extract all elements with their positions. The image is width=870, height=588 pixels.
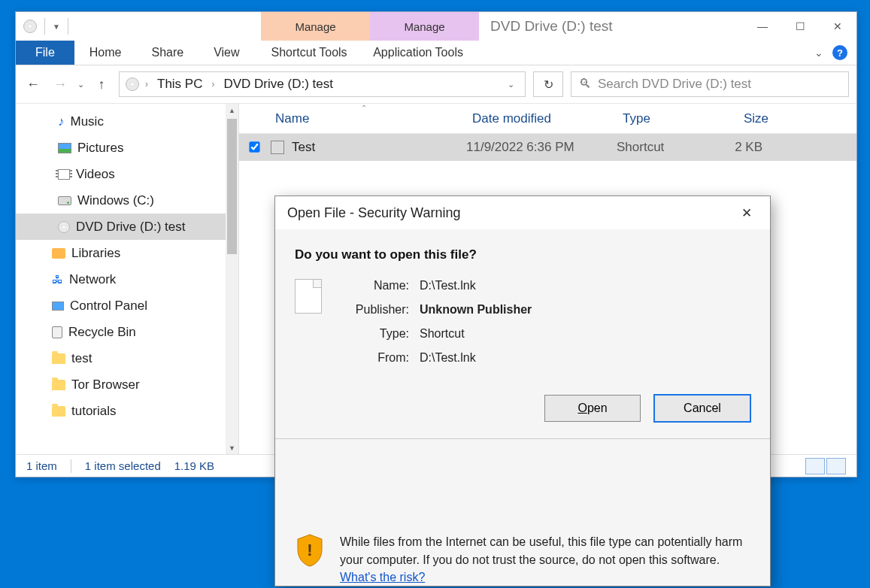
disc-icon bbox=[58, 221, 70, 233]
dialog-close-button[interactable]: ✕ bbox=[735, 202, 758, 224]
column-name[interactable]: Name bbox=[269, 111, 472, 126]
column-date-modified[interactable]: Date modified bbox=[472, 111, 623, 126]
breadcrumb-dropdown-icon[interactable]: ⌄ bbox=[503, 80, 519, 89]
tab-application-tools[interactable]: Application Tools bbox=[364, 41, 473, 65]
music-icon: ♪ bbox=[58, 114, 65, 129]
pictures-icon bbox=[58, 143, 71, 153]
sidebar-item-recycle-bin[interactable]: Recycle Bin bbox=[16, 319, 238, 345]
ribbon-collapse-icon[interactable]: ⌄ bbox=[814, 47, 823, 59]
dialog-warning-section: ! While files from the Internet can be u… bbox=[275, 520, 770, 586]
maximize-button[interactable]: ☐ bbox=[781, 12, 819, 41]
dialog-question: Do you want to open this file? bbox=[295, 247, 750, 262]
sidebar-item-music[interactable]: ♪Music bbox=[16, 108, 238, 135]
column-checkbox[interactable] bbox=[247, 111, 269, 126]
sidebar-item-label: Tor Browser bbox=[71, 377, 140, 393]
sidebar-item-dvd-drive[interactable]: DVD Drive (D:) test bbox=[16, 214, 238, 240]
folder-icon bbox=[52, 353, 65, 364]
column-type[interactable]: Type bbox=[623, 111, 720, 126]
sidebar-item-label: DVD Drive (D:) test bbox=[76, 220, 185, 235]
sidebar-item-pictures[interactable]: Pictures bbox=[16, 135, 238, 161]
shield-icon: ! bbox=[295, 533, 325, 568]
svg-text:!: ! bbox=[307, 541, 312, 559]
sort-indicator-icon: ⌃ bbox=[361, 104, 367, 112]
search-input[interactable]: 🔍︎ Search DVD Drive (D:) test bbox=[571, 71, 849, 97]
qat-separator bbox=[68, 18, 68, 35]
view-details-button[interactable] bbox=[805, 458, 825, 474]
row-checkbox[interactable] bbox=[247, 140, 269, 156]
folder-icon bbox=[52, 406, 65, 417]
scroll-down-icon[interactable]: ▼ bbox=[226, 441, 238, 454]
sidebar-item-label: test bbox=[71, 351, 92, 366]
sidebar-item-label: Pictures bbox=[77, 141, 123, 156]
help-icon[interactable]: ? bbox=[832, 45, 847, 60]
sidebar-item-label: Music bbox=[71, 114, 104, 129]
titlebar: ▼ Manage Manage DVD Drive (D:) test — ☐ … bbox=[16, 12, 856, 41]
window-title: DVD Drive (D:) test bbox=[479, 12, 744, 41]
scroll-up-icon[interactable]: ▲ bbox=[226, 104, 238, 117]
file-size: 2 KB bbox=[714, 140, 778, 155]
address-bar: ← → ⌄ ↑ › This PC › DVD Drive (D:) test … bbox=[16, 65, 856, 104]
open-button[interactable]: Open bbox=[544, 395, 641, 422]
disc-icon bbox=[126, 77, 139, 91]
status-separator bbox=[71, 459, 71, 473]
view-thumbnails-button[interactable] bbox=[826, 458, 846, 474]
sidebar-item-test[interactable]: test bbox=[16, 345, 238, 371]
forward-button[interactable]: → bbox=[50, 74, 70, 94]
disc-icon bbox=[23, 20, 37, 33]
breadcrumb-leaf[interactable]: DVD Drive (D:) test bbox=[220, 75, 335, 93]
qat-dropdown-icon[interactable]: ▼ bbox=[53, 23, 60, 31]
file-icon bbox=[295, 279, 322, 314]
tab-share[interactable]: Share bbox=[136, 41, 199, 65]
libraries-icon bbox=[52, 248, 65, 259]
context-tab-shortcut[interactable]: Manage bbox=[261, 12, 370, 41]
tab-shortcut-tools[interactable]: Shortcut Tools bbox=[255, 41, 364, 65]
breadcrumb[interactable]: › This PC › DVD Drive (D:) test ⌄ bbox=[119, 71, 526, 97]
search-icon: 🔍︎ bbox=[579, 77, 592, 92]
value-publisher: Unknown Publisher bbox=[420, 303, 532, 317]
sidebar-item-libraries[interactable]: Libraries bbox=[16, 240, 238, 266]
quick-access-toolbar: ▼ bbox=[16, 12, 261, 41]
back-button[interactable]: ← bbox=[23, 74, 43, 94]
column-headers[interactable]: ⌃ Name Date modified Type Size bbox=[239, 104, 856, 134]
status-item-count: 1 item bbox=[26, 459, 57, 472]
tab-view[interactable]: View bbox=[199, 41, 254, 65]
sidebar-item-label: Videos bbox=[76, 167, 115, 182]
value-type: Shortcut bbox=[420, 327, 532, 341]
sidebar-item-label: Libraries bbox=[71, 246, 120, 261]
shortcut-icon bbox=[271, 141, 284, 154]
tab-home[interactable]: Home bbox=[74, 41, 137, 65]
search-placeholder: Search DVD Drive (D:) test bbox=[598, 77, 751, 92]
chevron-right-icon[interactable]: › bbox=[210, 79, 216, 89]
folder-icon bbox=[52, 380, 65, 390]
drive-icon bbox=[58, 196, 71, 205]
breadcrumb-root[interactable]: This PC bbox=[154, 75, 205, 93]
whats-the-risk-link[interactable]: What's the risk? bbox=[340, 571, 425, 583]
refresh-button[interactable]: ↻ bbox=[533, 71, 563, 97]
sidebar-item-videos[interactable]: Videos bbox=[16, 161, 238, 187]
history-dropdown-icon[interactable]: ⌄ bbox=[77, 80, 84, 89]
up-button[interactable]: ↑ bbox=[92, 74, 111, 94]
tab-file[interactable]: File bbox=[16, 41, 74, 65]
sidebar-item-network[interactable]: 🖧Network bbox=[16, 266, 238, 292]
scrollbar-thumb[interactable] bbox=[227, 119, 237, 254]
sidebar-item-windows-c[interactable]: Windows (C:) bbox=[16, 187, 238, 214]
value-from: D:\Test.lnk bbox=[420, 351, 532, 365]
sidebar-scrollbar[interactable]: ▲ ▼ bbox=[226, 104, 238, 454]
sidebar-item-control-panel[interactable]: Control Panel bbox=[16, 292, 238, 319]
cancel-button[interactable]: Cancel bbox=[654, 395, 750, 422]
sidebar-item-label: Control Panel bbox=[70, 299, 147, 314]
label-name: Name: bbox=[341, 279, 409, 292]
sidebar-item-tor-browser[interactable]: Tor Browser bbox=[16, 371, 238, 398]
file-row[interactable]: Test 11/9/2022 6:36 PM Shortcut 2 KB bbox=[239, 134, 856, 161]
context-tab-application[interactable]: Manage bbox=[370, 12, 479, 41]
security-warning-dialog: Open File - Security Warning ✕ Do you wa… bbox=[274, 195, 771, 586]
chevron-right-icon[interactable]: › bbox=[144, 79, 150, 89]
network-icon: 🖧 bbox=[52, 273, 63, 286]
column-size[interactable]: Size bbox=[720, 111, 784, 126]
navigation-pane[interactable]: ♪Music Pictures Videos Windows (C:) DVD … bbox=[16, 104, 239, 454]
close-button[interactable]: ✕ bbox=[819, 12, 856, 41]
control-panel-icon bbox=[52, 302, 64, 311]
sidebar-item-tutorials[interactable]: tutorials bbox=[16, 398, 238, 424]
minimize-button[interactable]: — bbox=[744, 12, 781, 41]
recycle-bin-icon bbox=[52, 326, 62, 338]
